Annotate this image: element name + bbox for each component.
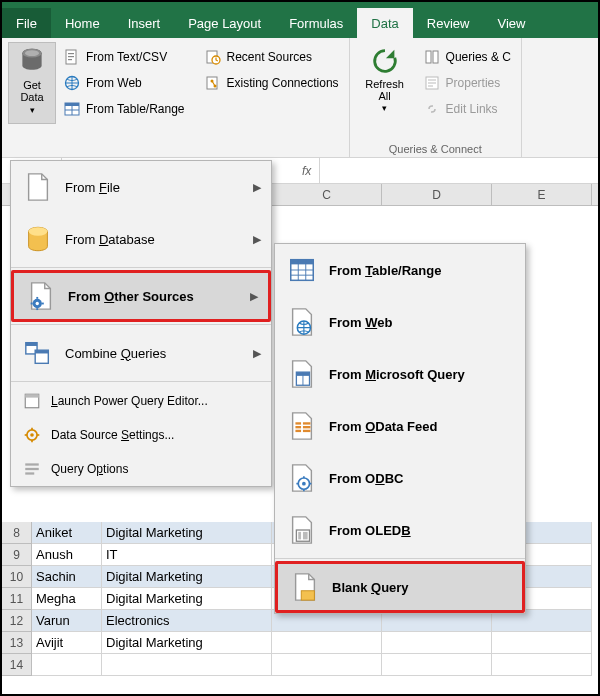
svg-rect-60 xyxy=(303,422,311,424)
globe-icon xyxy=(64,75,80,91)
tab-view[interactable]: View xyxy=(483,8,539,38)
row-header[interactable]: 12 xyxy=(2,610,32,632)
col-header-e[interactable]: E xyxy=(492,184,592,205)
col-header-c[interactable]: C xyxy=(272,184,382,205)
cell[interactable] xyxy=(382,654,492,676)
tab-home[interactable]: Home xyxy=(51,8,114,38)
cell[interactable] xyxy=(32,654,102,676)
svg-rect-58 xyxy=(295,426,301,428)
cell[interactable] xyxy=(492,654,592,676)
tab-review[interactable]: Review xyxy=(413,8,484,38)
submenu-from-table-range[interactable]: From Table/Range xyxy=(275,244,525,296)
row-header[interactable]: 13 xyxy=(2,632,32,654)
row-header[interactable]: 14 xyxy=(2,654,32,676)
cell[interactable]: Digital Marketing xyxy=(102,588,272,610)
get-data-button[interactable]: GetData ▾ xyxy=(8,42,56,124)
svg-rect-57 xyxy=(295,422,301,424)
refresh-all-button[interactable]: RefreshAll ▾ xyxy=(356,42,414,120)
svg-point-39 xyxy=(30,433,34,437)
menu-query-options[interactable]: Query Options xyxy=(11,452,271,486)
existing-connections-button[interactable]: Existing Connections xyxy=(201,72,343,94)
col-header-d[interactable]: D xyxy=(382,184,492,205)
file-icon xyxy=(23,172,53,202)
cell[interactable] xyxy=(102,654,272,676)
chevron-right-icon: ▶ xyxy=(253,347,261,360)
cell[interactable]: Anush xyxy=(32,544,102,566)
row-header[interactable]: 10 xyxy=(2,566,32,588)
odata-icon xyxy=(287,411,317,441)
submenu-label: From ODBC xyxy=(329,471,515,486)
svg-point-27 xyxy=(36,302,39,305)
fx-label[interactable]: fx xyxy=(294,158,320,183)
submenu-from-oledb[interactable]: From OLEDB xyxy=(275,504,525,556)
from-table-range-label: From Table/Range xyxy=(86,102,185,116)
cell[interactable] xyxy=(382,632,492,654)
existing-connections-label: Existing Connections xyxy=(227,76,339,90)
file-gear-icon xyxy=(26,281,56,311)
ribbon-tabs: File Home Insert Page Layout Formulas Da… xyxy=(2,8,598,38)
submenu-blank-query[interactable]: Blank Query xyxy=(275,561,525,613)
cell[interactable]: Avijit xyxy=(32,632,102,654)
svg-rect-71 xyxy=(303,532,308,540)
cell[interactable] xyxy=(492,632,592,654)
chevron-right-icon: ▶ xyxy=(250,290,258,303)
database-icon xyxy=(23,224,53,254)
queries-connections-button[interactable]: Queries & C xyxy=(420,46,515,68)
gear-icon xyxy=(23,426,41,444)
menu-data-source-settings[interactable]: Data Source Settings... xyxy=(11,418,271,452)
svg-rect-5 xyxy=(68,56,74,57)
cell[interactable]: IT xyxy=(102,544,272,566)
properties-icon xyxy=(424,75,440,91)
blank-query-icon xyxy=(290,572,320,602)
row-header[interactable]: 9 xyxy=(2,544,32,566)
svg-rect-35 xyxy=(35,350,48,353)
combine-icon xyxy=(23,338,53,368)
tab-insert[interactable]: Insert xyxy=(114,8,175,38)
tab-data[interactable]: Data xyxy=(357,8,412,38)
submenu-from-odbc[interactable]: From ODBC xyxy=(275,452,525,504)
menu-from-file[interactable]: From File ▶ xyxy=(11,161,271,213)
recent-sources-label: Recent Sources xyxy=(227,50,312,64)
cell[interactable]: Digital Marketing xyxy=(102,522,272,544)
cell[interactable]: Electronics xyxy=(102,610,272,632)
cell[interactable]: Varun xyxy=(32,610,102,632)
cell[interactable]: Megha xyxy=(32,588,102,610)
svg-rect-6 xyxy=(68,59,72,60)
menu-label: Query Options xyxy=(51,462,261,476)
menu-from-database[interactable]: From Database ▶ xyxy=(11,213,271,265)
svg-rect-72 xyxy=(301,591,314,600)
svg-rect-19 xyxy=(433,51,438,63)
row-header[interactable]: 11 xyxy=(2,588,32,610)
from-table-range-button[interactable]: From Table/Range xyxy=(60,98,189,120)
chevron-down-icon: ▾ xyxy=(382,103,387,113)
submenu-label: From Table/Range xyxy=(329,263,515,278)
chevron-right-icon: ▶ xyxy=(253,233,261,246)
cell[interactable] xyxy=(272,632,382,654)
cell[interactable]: Aniket xyxy=(32,522,102,544)
svg-rect-37 xyxy=(25,394,39,397)
submenu-from-web[interactable]: From Web xyxy=(275,296,525,348)
svg-point-2 xyxy=(25,50,39,56)
cell[interactable]: Digital Marketing xyxy=(102,632,272,654)
recent-sources-button[interactable]: Recent Sources xyxy=(201,46,343,68)
menu-launch-power-query[interactable]: Launch Power Query Editor... xyxy=(11,384,271,418)
submenu-label: From Microsoft Query xyxy=(329,367,515,382)
submenu-from-odata[interactable]: From OData Feed xyxy=(275,400,525,452)
tab-formulas[interactable]: Formulas xyxy=(275,8,357,38)
tab-file[interactable]: File xyxy=(2,8,51,38)
cell[interactable]: Sachin xyxy=(32,566,102,588)
table-row: 13 Avijit Digital Marketing xyxy=(2,632,598,654)
row-header[interactable]: 8 xyxy=(2,522,32,544)
group-label-queries: Queries & Connect xyxy=(356,143,515,155)
from-web-button[interactable]: From Web xyxy=(60,72,189,94)
from-text-csv-button[interactable]: From Text/CSV xyxy=(60,46,189,68)
get-data-menu: From File ▶ From Database ▶ From Other S… xyxy=(10,160,272,487)
menu-combine-queries[interactable]: Combine Queries ▶ xyxy=(11,327,271,379)
table-row: 14 xyxy=(2,654,598,676)
tab-page-layout[interactable]: Page Layout xyxy=(174,8,275,38)
cell[interactable] xyxy=(272,654,382,676)
submenu-from-microsoft-query[interactable]: From Microsoft Query xyxy=(275,348,525,400)
edit-links-button: Edit Links xyxy=(420,98,515,120)
cell[interactable]: Digital Marketing xyxy=(102,566,272,588)
menu-from-other-sources[interactable]: From Other Sources ▶ xyxy=(11,270,271,322)
